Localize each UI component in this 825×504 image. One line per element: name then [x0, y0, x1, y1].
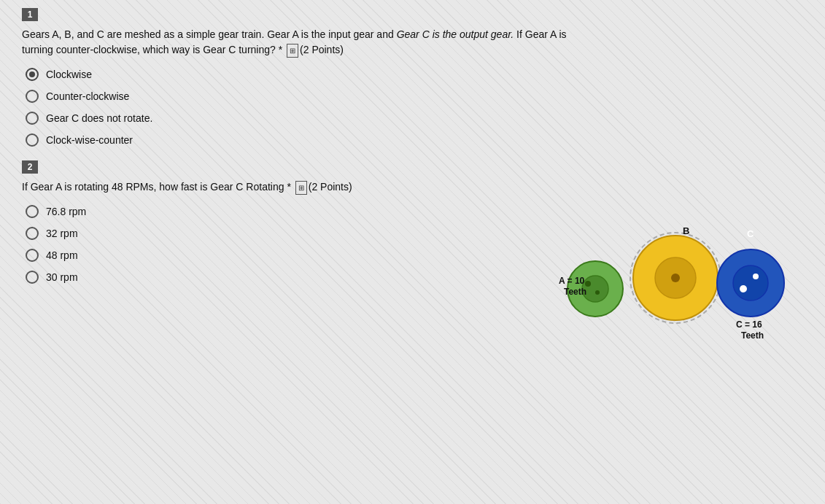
- q1-radio-inner-1: [29, 71, 35, 77]
- question-1-number: 1: [22, 8, 38, 21]
- q2-radio-3[interactable]: [26, 249, 39, 262]
- q1-radio-2[interactable]: [26, 90, 39, 103]
- gear-svg: A = 10 Teeth B: [555, 205, 789, 351]
- q2-options-list: 76.8 rpm 32 rpm 48 rpm: [26, 205, 555, 284]
- q2-image-icon: ⊞: [295, 181, 307, 195]
- gear-c-dot2: [753, 274, 759, 279]
- question-2-number: 2: [22, 160, 38, 174]
- q1-text-italic: Gear C is the output gear.: [397, 28, 514, 40]
- question-1-text: Gears A, B, and C are meshed as a simple…: [22, 27, 591, 58]
- q1-option-4[interactable]: Clock-wise-counter: [26, 133, 803, 147]
- gear-c-teeth-label: Teeth: [741, 330, 764, 341]
- gear-b-center: [671, 274, 680, 282]
- q2-asterisk: *: [284, 181, 294, 193]
- q2-option-4-label: 30 rpm: [46, 271, 78, 283]
- q1-asterisk: *: [276, 44, 285, 55]
- q1-option-4-label: Clock-wise-counter: [46, 134, 133, 146]
- q1-radio-3[interactable]: [26, 112, 39, 125]
- gear-a-dot1: [585, 281, 591, 287]
- q2-radio-1[interactable]: [26, 205, 39, 218]
- q1-radio-4[interactable]: [26, 133, 39, 147]
- gear-a-label: A = 10: [559, 276, 585, 286]
- q2-options-col: 76.8 rpm 32 rpm 48 rpm: [22, 205, 555, 292]
- q2-option-4[interactable]: 30 rpm: [26, 271, 555, 284]
- q1-options-list: Clockwise Counter-clockwise Gear C does …: [26, 68, 803, 147]
- gear-c-bottom-label: C = 16: [736, 319, 762, 330]
- q1-radio-1[interactable]: [26, 68, 39, 81]
- q1-option-2[interactable]: Counter-clockwise: [26, 90, 803, 103]
- q2-option-2[interactable]: 32 rpm: [26, 227, 555, 240]
- page-container: 1 Gears A, B, and C are meshed as a simp…: [0, 0, 825, 504]
- question-2-text: If Gear A is rotating 48 RPMs, how fast …: [22, 179, 591, 195]
- q2-option-1-label: 76.8 rpm: [46, 206, 86, 217]
- q2-radio-4[interactable]: [26, 271, 39, 284]
- q2-text-part1: If Gear A is rotating 48 RPMs, how fast …: [22, 181, 284, 193]
- gear-b-label: B: [683, 225, 689, 236]
- gear-diagram: A = 10 Teeth B: [555, 205, 803, 354]
- q1-option-1-label: Clockwise: [46, 69, 92, 80]
- q1-option-3-label: Gear C does not rotate.: [46, 112, 152, 124]
- q1-option-1[interactable]: Clockwise: [26, 68, 803, 81]
- q1-text-part1: Gears A, B, and C are meshed as a simple…: [22, 28, 397, 40]
- q2-option-1[interactable]: 76.8 rpm: [26, 205, 555, 218]
- q2-option-3[interactable]: 48 rpm: [26, 249, 555, 262]
- q1-option-2-label: Counter-clockwise: [46, 90, 129, 102]
- gear-a-dot2: [595, 290, 600, 295]
- question-2-block: 2 If Gear A is rotating 48 RPMs, how fas…: [22, 160, 803, 354]
- q1-image-icon: ⊞: [287, 44, 298, 58]
- q2-content: 76.8 rpm 32 rpm 48 rpm: [22, 205, 803, 354]
- q1-option-3[interactable]: Gear C does not rotate.: [26, 112, 803, 125]
- question-1-block: 1 Gears A, B, and C are meshed as a simp…: [22, 7, 803, 147]
- q1-points: (2 Points): [300, 44, 344, 55]
- gear-a-teeth-label: Teeth: [564, 287, 586, 297]
- q2-radio-2[interactable]: [26, 227, 39, 240]
- q2-option-3-label: 48 rpm: [46, 249, 78, 261]
- gear-c-label: C: [747, 228, 754, 239]
- q2-points: (2 Points): [309, 181, 352, 193]
- gear-c-inner: [733, 265, 768, 301]
- q2-option-2-label: 32 rpm: [46, 228, 78, 239]
- gear-c-dot1: [740, 285, 747, 292]
